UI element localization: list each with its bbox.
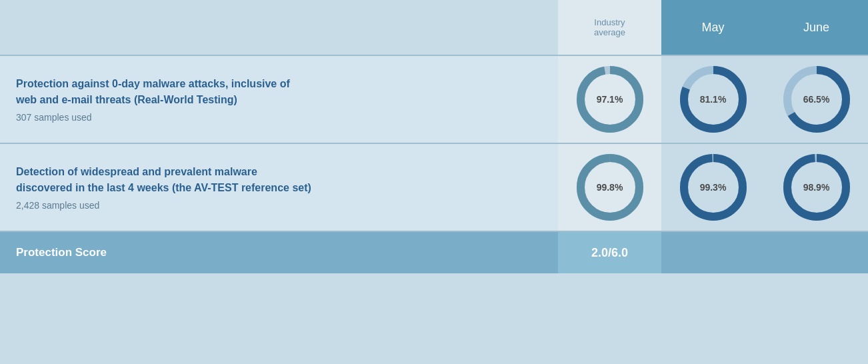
header-label-col bbox=[0, 0, 558, 55]
row2-main-text: Detection of widespread and prevalent ma… bbox=[16, 164, 542, 196]
row2-may-cell: 99.3% bbox=[661, 144, 765, 231]
protection-score-label: Protection Score bbox=[16, 246, 107, 259]
row1-may-cell: 81.1% bbox=[661, 56, 765, 143]
footer-score-cell: 2.0/6.0 bbox=[558, 232, 661, 273]
footer-may-empty bbox=[661, 232, 765, 273]
row2-may-value: 99.3% bbox=[700, 182, 727, 193]
row2-industry-value: 99.8% bbox=[597, 182, 623, 193]
row1-june-cell: 66.5% bbox=[765, 56, 868, 143]
row1-industry-cell: 97.1% bbox=[558, 56, 661, 143]
header-june: June bbox=[765, 0, 868, 55]
row1-industry-value: 97.1% bbox=[597, 94, 623, 105]
row2-june-value: 98.9% bbox=[803, 182, 830, 193]
header-may: May bbox=[661, 0, 765, 55]
row2-june-donut: 98.9% bbox=[780, 151, 853, 224]
may-label: May bbox=[701, 21, 724, 35]
header-row: Industryaverage May June bbox=[0, 0, 868, 56]
row2-industry-cell: 99.8% bbox=[558, 144, 661, 231]
row1-label-col: Protection against 0-day malware attacks… bbox=[0, 64, 558, 135]
industry-average-label: Industryaverage bbox=[594, 17, 625, 37]
data-row-2: Detection of widespread and prevalent ma… bbox=[0, 144, 868, 232]
row2-industry-donut: 99.8% bbox=[573, 151, 647, 224]
main-table: Industryaverage May June Protection agai… bbox=[0, 0, 868, 273]
row1-main-text: Protection against 0-day malware attacks… bbox=[16, 76, 542, 108]
row2-label-col: Detection of widespread and prevalent ma… bbox=[0, 152, 558, 223]
row2-june-cell: 98.9% bbox=[765, 144, 868, 231]
row1-may-value: 81.1% bbox=[700, 94, 727, 105]
row2-may-donut: 99.3% bbox=[677, 151, 750, 224]
row1-industry-donut: 97.1% bbox=[573, 63, 647, 136]
header-industry: Industryaverage bbox=[558, 0, 661, 55]
row2-sub-text: 2,428 samples used bbox=[16, 200, 542, 211]
row1-june-donut: 66.5% bbox=[780, 63, 853, 136]
footer-row: Protection Score 2.0/6.0 bbox=[0, 232, 868, 273]
protection-score-value: 2.0/6.0 bbox=[591, 246, 628, 260]
row1-may-donut: 81.1% bbox=[677, 63, 750, 136]
row1-june-value: 66.5% bbox=[803, 94, 830, 105]
data-row-1: Protection against 0-day malware attacks… bbox=[0, 56, 868, 144]
row1-sub-text: 307 samples used bbox=[16, 112, 542, 123]
june-label: June bbox=[803, 21, 829, 35]
footer-label: Protection Score bbox=[0, 234, 558, 271]
footer-june-empty bbox=[765, 232, 868, 273]
